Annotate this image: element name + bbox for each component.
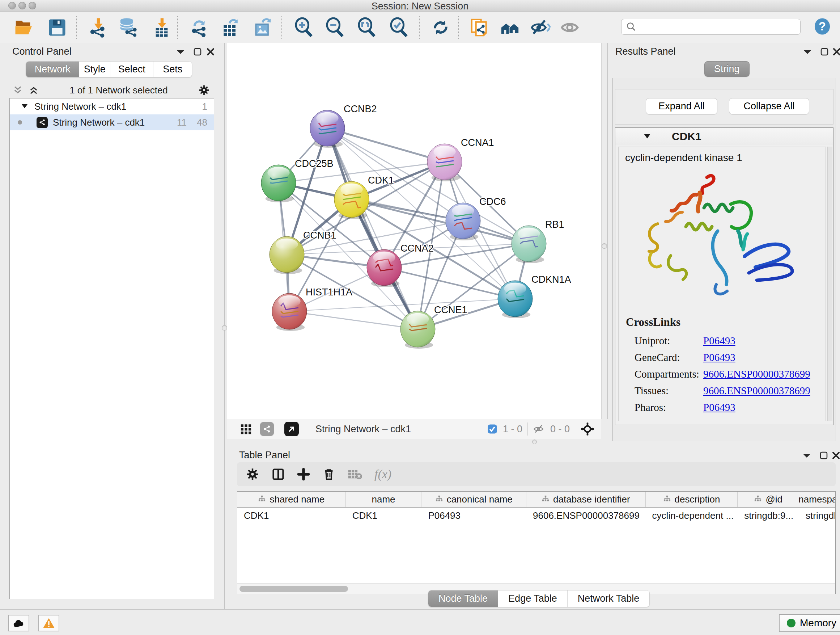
network-edge[interactable] [289,311,418,329]
expand-all-icon[interactable] [28,85,39,95]
section-collapse-icon[interactable] [644,134,651,139]
table-cell[interactable]: stringdb [799,508,835,524]
import-table-file-button[interactable] [150,16,173,39]
import-network-database-button[interactable] [117,16,140,39]
export-table-button[interactable] [219,16,242,39]
help-button[interactable]: ? [814,18,831,35]
scrollbar-thumb[interactable] [240,586,348,592]
collapse-all-button[interactable]: Collapse All [729,98,809,114]
crosslink-link[interactable]: P06493 [703,335,736,347]
network-node[interactable]: CCNA1 [427,137,494,181]
left-splitter-handle[interactable] [222,325,227,331]
panel-float-icon[interactable] [819,451,828,460]
show-columns-icon[interactable] [272,467,285,481]
open-in-window-icon[interactable] [284,422,299,436]
tab-select[interactable]: Select [111,62,153,77]
function-builder-icon[interactable]: f(x) [374,467,392,481]
table-cell[interactable]: CDK1 [237,508,346,524]
panel-close-icon[interactable] [832,451,840,460]
export-network-button[interactable] [188,16,211,39]
network-edge[interactable] [384,268,515,299]
horizontal-splitter-handle[interactable] [532,440,537,444]
column-header-description[interactable]: description [646,492,738,507]
table-cell[interactable]: 9606.ENSP00000378699 [526,508,646,524]
network-node[interactable]: CCNB1 [270,230,336,274]
hidden-eye-icon[interactable] [533,424,545,434]
panel-menu-icon[interactable] [803,49,812,55]
network-edge[interactable] [327,128,418,329]
zoom-selected-button[interactable] [387,16,411,39]
table-cell[interactable]: CDK1 [346,508,422,524]
network-node[interactable]: CCNB2 [310,103,377,148]
memory-button[interactable]: Memory [779,614,840,632]
right-splitter-handle[interactable] [602,243,607,249]
network-node[interactable]: CDKN1A [498,274,571,318]
birdseye-grid-icon[interactable] [240,423,252,435]
first-neighbors-button[interactable] [499,16,522,39]
add-column-icon[interactable] [297,468,310,481]
panel-menu-icon[interactable] [802,453,812,459]
cloud-status-button[interactable] [8,615,29,631]
gear-icon[interactable] [198,84,210,96]
warning-status-button[interactable] [38,615,59,631]
zoom-in-button[interactable] [292,16,316,39]
string-badge-icon[interactable] [260,422,274,436]
tab-network[interactable]: Network [26,62,79,77]
zoom-out-button[interactable] [324,16,347,39]
network-tree-root-row[interactable]: String Network – cdk1 1 [10,98,214,114]
column-header-shared-name[interactable]: shared name [237,492,346,507]
tab-node-table[interactable]: Node Table [428,591,498,607]
zoom-fit-button[interactable] [355,16,378,39]
table-cell[interactable]: P06493 [422,508,526,524]
right-splitter[interactable] [601,43,608,419]
import-network-file-button[interactable] [87,16,110,39]
column-header-database-identifier[interactable]: database identifier [526,492,646,507]
open-file-button[interactable] [13,16,36,39]
network-canvas[interactable]: CCNB2CCNA1CDC25BCDK1CDC6RB1CCNB1CCNA2CDK… [227,43,601,419]
tab-string[interactable]: String [704,61,750,77]
hide-selected-button[interactable] [529,16,552,39]
show-all-button[interactable] [558,16,581,39]
crosslink-link[interactable]: 9606.ENSP00000378699 [703,385,810,397]
panel-close-icon[interactable] [832,48,840,56]
column-header-name[interactable]: name [346,492,422,507]
selected-checkbox-icon[interactable] [487,424,498,434]
panel-float-icon[interactable] [820,48,829,56]
panel-close-icon[interactable] [206,48,215,56]
column-header-namespace[interactable]: namespace [799,492,835,507]
gene-section-header[interactable]: CDK1 [615,128,833,145]
table-cell[interactable]: cyclin-dependent ... [646,508,738,524]
crosslink-link[interactable]: P06493 [703,352,736,363]
network-node[interactable]: CDC6 [446,196,506,241]
tab-sets[interactable]: Sets [153,62,192,77]
table-cell[interactable]: stringdb:9... [737,508,799,524]
tab-network-table[interactable]: Network Table [568,591,650,607]
results-scrollbar[interactable] [827,147,832,421]
panel-float-icon[interactable] [193,48,202,56]
save-session-button[interactable] [46,16,69,39]
network-graph[interactable]: CCNB2CCNA1CDC25BCDK1CDC6RB1CCNB1CCNA2CDK… [227,43,601,419]
network-edge[interactable] [327,128,445,162]
network-node[interactable]: CCNE1 [401,304,467,348]
network-node[interactable]: RB1 [512,219,564,263]
delete-column-icon[interactable] [322,467,335,481]
network-tree-child-row[interactable]: String Network – cdk1 11 48 [10,114,214,130]
table-gear-icon[interactable] [246,467,259,481]
crosshair-icon[interactable] [580,422,595,436]
crosslink-link[interactable]: P06493 [703,402,736,413]
expand-all-button[interactable]: Expand All [646,98,717,114]
delete-table-icon[interactable] [347,468,362,480]
refresh-view-button[interactable] [429,16,452,39]
crosslink-link[interactable]: 9606.ENSP00000378699 [703,368,810,380]
tree-expand-icon[interactable] [21,104,28,109]
export-image-button[interactable] [251,16,274,39]
column-header--id[interactable]: @id [737,492,799,507]
search-input[interactable] [637,21,789,33]
tab-edge-table[interactable]: Edge Table [498,591,568,607]
table-row[interactable]: CDK1CDK1P064939606.ENSP00000378699cyclin… [237,508,835,524]
panel-menu-icon[interactable] [176,49,185,55]
column-header-canonical-name[interactable]: canonical name [422,492,526,507]
collapse-all-icon[interactable] [12,85,23,95]
new-network-from-selection-button[interactable] [468,16,491,39]
tab-style[interactable]: Style [79,62,111,77]
